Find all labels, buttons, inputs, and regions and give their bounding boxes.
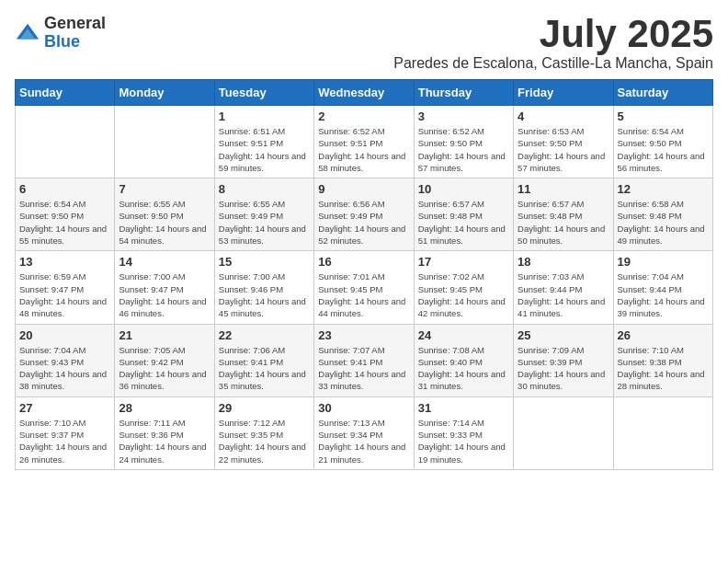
calendar-cell: 3Sunrise: 6:52 AMSunset: 9:50 PMDaylight… <box>414 106 513 178</box>
calendar-cell: 6Sunrise: 6:54 AMSunset: 9:50 PMDaylight… <box>16 178 115 251</box>
calendar-cell: 2Sunrise: 6:52 AMSunset: 9:51 PMDaylight… <box>314 106 414 178</box>
day-number: 23 <box>318 328 409 342</box>
day-number: 11 <box>518 182 609 196</box>
day-number: 28 <box>119 401 210 415</box>
day-number: 1 <box>219 109 310 123</box>
calendar-cell: 20Sunrise: 7:04 AMSunset: 9:43 PMDayligh… <box>16 324 115 396</box>
day-info: Sunrise: 6:52 AMSunset: 9:51 PMDaylight:… <box>318 125 409 174</box>
day-info: Sunrise: 7:03 AMSunset: 9:44 PMDaylight:… <box>518 270 609 319</box>
calendar-cell: 23Sunrise: 7:07 AMSunset: 9:41 PMDayligh… <box>314 324 414 396</box>
calendar-cell: 9Sunrise: 6:56 AMSunset: 9:49 PMDaylight… <box>314 178 414 251</box>
header-sunday: Sunday <box>16 80 115 106</box>
day-info: Sunrise: 7:14 AMSunset: 9:33 PMDaylight:… <box>418 417 509 465</box>
calendar-cell: 11Sunrise: 6:57 AMSunset: 9:48 PMDayligh… <box>514 178 613 251</box>
day-info: Sunrise: 6:55 AMSunset: 9:49 PMDaylight:… <box>219 198 310 247</box>
calendar-cell: 8Sunrise: 6:55 AMSunset: 9:49 PMDaylight… <box>214 178 313 251</box>
calendar-cell: 30Sunrise: 7:13 AMSunset: 9:34 PMDayligh… <box>314 396 414 469</box>
logo: General Blue <box>15 15 106 52</box>
calendar-cell: 19Sunrise: 7:04 AMSunset: 9:44 PMDayligh… <box>613 251 712 324</box>
day-number: 5 <box>618 109 709 123</box>
day-number: 20 <box>19 328 110 342</box>
day-info: Sunrise: 6:58 AMSunset: 9:48 PMDaylight:… <box>618 198 709 247</box>
day-info: Sunrise: 7:00 AMSunset: 9:47 PMDaylight:… <box>119 270 210 319</box>
day-number: 9 <box>318 182 409 196</box>
calendar-cell: 21Sunrise: 7:05 AMSunset: 9:42 PMDayligh… <box>115 324 214 396</box>
day-info: Sunrise: 7:08 AMSunset: 9:40 PMDaylight:… <box>418 344 509 393</box>
day-number: 26 <box>618 328 709 342</box>
day-info: Sunrise: 7:05 AMSunset: 9:42 PMDaylight:… <box>119 344 210 393</box>
header-saturday: Saturday <box>613 80 712 106</box>
calendar-week-4: 20Sunrise: 7:04 AMSunset: 9:43 PMDayligh… <box>16 324 713 396</box>
day-info: Sunrise: 7:11 AMSunset: 9:36 PMDaylight:… <box>119 417 210 465</box>
day-number: 10 <box>418 182 509 196</box>
calendar-header-row: SundayMondayTuesdayWednesdayThursdayFrid… <box>16 80 713 106</box>
day-info: Sunrise: 7:10 AMSunset: 9:38 PMDaylight:… <box>618 344 709 393</box>
day-number: 31 <box>418 401 509 415</box>
page-header: General Blue July 2025 Paredes de Escalo… <box>15 15 713 72</box>
calendar-cell <box>613 396 712 469</box>
day-number: 13 <box>19 255 110 269</box>
day-number: 27 <box>19 401 110 415</box>
calendar-cell: 24Sunrise: 7:08 AMSunset: 9:40 PMDayligh… <box>414 324 513 396</box>
header-friday: Friday <box>514 80 613 106</box>
day-number: 21 <box>119 328 210 342</box>
header-monday: Monday <box>115 80 214 106</box>
day-number: 30 <box>318 401 409 415</box>
calendar-cell <box>514 396 613 469</box>
day-number: 4 <box>518 109 609 123</box>
logo-general: General <box>44 15 106 33</box>
calendar-cell: 12Sunrise: 6:58 AMSunset: 9:48 PMDayligh… <box>613 178 712 251</box>
day-info: Sunrise: 7:02 AMSunset: 9:45 PMDaylight:… <box>418 270 509 319</box>
day-number: 24 <box>418 328 509 342</box>
day-info: Sunrise: 6:59 AMSunset: 9:47 PMDaylight:… <box>19 270 110 319</box>
calendar-week-3: 13Sunrise: 6:59 AMSunset: 9:47 PMDayligh… <box>16 251 713 324</box>
day-number: 29 <box>219 401 310 415</box>
day-info: Sunrise: 6:55 AMSunset: 9:50 PMDaylight:… <box>119 198 210 247</box>
header-wednesday: Wednesday <box>314 80 414 106</box>
day-info: Sunrise: 6:57 AMSunset: 9:48 PMDaylight:… <box>418 198 509 247</box>
calendar-cell: 15Sunrise: 7:00 AMSunset: 9:46 PMDayligh… <box>214 251 313 324</box>
calendar-cell: 10Sunrise: 6:57 AMSunset: 9:48 PMDayligh… <box>414 178 513 251</box>
logo-blue: Blue <box>44 33 106 52</box>
day-number: 7 <box>119 182 210 196</box>
day-number: 12 <box>618 182 709 196</box>
day-number: 17 <box>418 255 509 269</box>
calendar-cell: 5Sunrise: 6:54 AMSunset: 9:50 PMDaylight… <box>613 106 712 178</box>
day-info: Sunrise: 6:54 AMSunset: 9:50 PMDaylight:… <box>618 125 709 174</box>
day-info: Sunrise: 6:51 AMSunset: 9:51 PMDaylight:… <box>219 125 310 174</box>
day-number: 16 <box>318 255 409 269</box>
header-thursday: Thursday <box>414 80 513 106</box>
calendar-cell <box>115 106 214 178</box>
day-number: 22 <box>219 328 310 342</box>
day-number: 19 <box>618 255 709 269</box>
day-info: Sunrise: 7:12 AMSunset: 9:35 PMDaylight:… <box>219 417 310 465</box>
calendar-week-5: 27Sunrise: 7:10 AMSunset: 9:37 PMDayligh… <box>16 396 713 469</box>
day-number: 15 <box>219 255 310 269</box>
calendar-cell: 31Sunrise: 7:14 AMSunset: 9:33 PMDayligh… <box>414 396 513 469</box>
calendar-cell: 18Sunrise: 7:03 AMSunset: 9:44 PMDayligh… <box>514 251 613 324</box>
calendar-cell: 13Sunrise: 6:59 AMSunset: 9:47 PMDayligh… <box>16 251 115 324</box>
calendar-cell <box>16 106 115 178</box>
day-info: Sunrise: 7:01 AMSunset: 9:45 PMDaylight:… <box>318 270 409 319</box>
day-number: 6 <box>19 182 110 196</box>
location-title: Paredes de Escalona, Castille-La Mancha,… <box>393 55 713 72</box>
day-info: Sunrise: 6:54 AMSunset: 9:50 PMDaylight:… <box>19 198 110 247</box>
day-number: 14 <box>119 255 210 269</box>
calendar-cell: 29Sunrise: 7:12 AMSunset: 9:35 PMDayligh… <box>214 396 313 469</box>
calendar-cell: 4Sunrise: 6:53 AMSunset: 9:50 PMDaylight… <box>514 106 613 178</box>
day-info: Sunrise: 7:00 AMSunset: 9:46 PMDaylight:… <box>219 270 310 319</box>
calendar-cell: 17Sunrise: 7:02 AMSunset: 9:45 PMDayligh… <box>414 251 513 324</box>
day-info: Sunrise: 7:13 AMSunset: 9:34 PMDaylight:… <box>318 417 409 465</box>
day-info: Sunrise: 7:06 AMSunset: 9:41 PMDaylight:… <box>219 344 310 393</box>
calendar-week-1: 1Sunrise: 6:51 AMSunset: 9:51 PMDaylight… <box>16 106 713 178</box>
day-number: 25 <box>518 328 609 342</box>
day-info: Sunrise: 6:53 AMSunset: 9:50 PMDaylight:… <box>518 125 609 174</box>
calendar-cell: 16Sunrise: 7:01 AMSunset: 9:45 PMDayligh… <box>314 251 414 324</box>
calendar-cell: 25Sunrise: 7:09 AMSunset: 9:39 PMDayligh… <box>514 324 613 396</box>
day-info: Sunrise: 6:57 AMSunset: 9:48 PMDaylight:… <box>518 198 609 247</box>
day-info: Sunrise: 7:09 AMSunset: 9:39 PMDaylight:… <box>518 344 609 393</box>
calendar-table: SundayMondayTuesdayWednesdayThursdayFrid… <box>15 79 713 470</box>
day-info: Sunrise: 7:04 AMSunset: 9:44 PMDaylight:… <box>618 270 709 319</box>
calendar-cell: 28Sunrise: 7:11 AMSunset: 9:36 PMDayligh… <box>115 396 214 469</box>
logo-text: General Blue <box>44 15 106 52</box>
